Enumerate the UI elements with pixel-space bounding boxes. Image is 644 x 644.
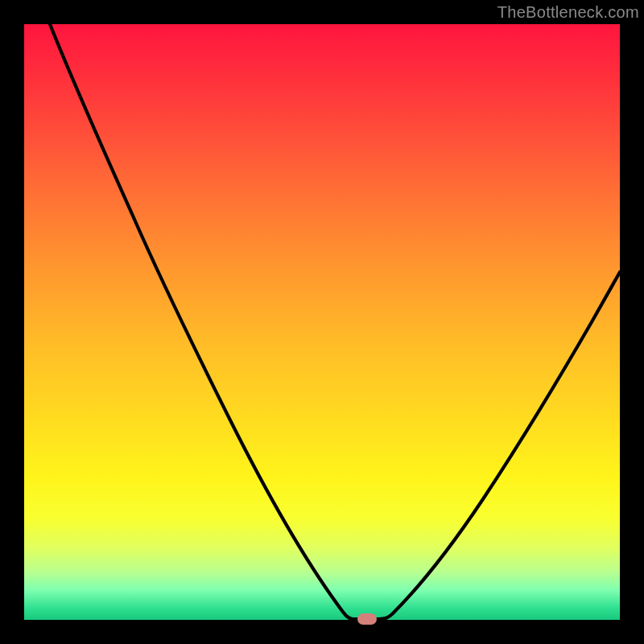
watermark-text: TheBottleneck.com: [497, 3, 639, 22]
bottleneck-curve: [24, 24, 620, 620]
optimal-marker: [357, 613, 377, 625]
chart-frame: TheBottleneck.com: [0, 0, 644, 644]
curve-path: [50, 24, 620, 619]
